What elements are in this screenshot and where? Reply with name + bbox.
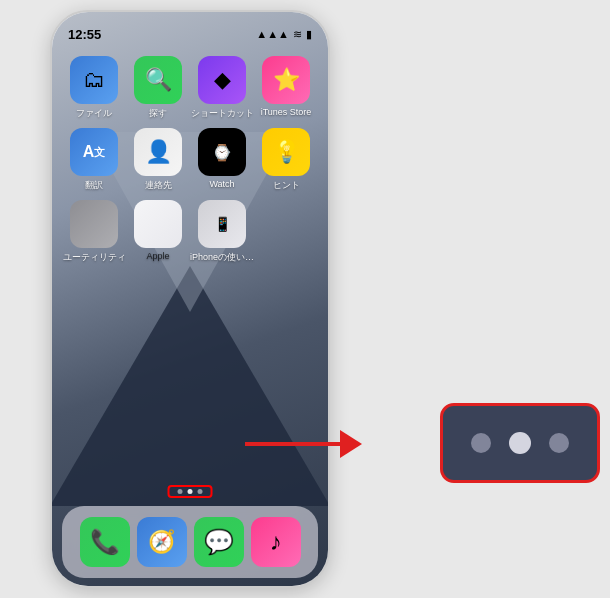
- dock-music[interactable]: ♪: [251, 517, 301, 567]
- zoomed-dots-box: [440, 403, 600, 483]
- app-watch[interactable]: ⌚ Watch: [194, 128, 250, 192]
- files-label: ファイル: [76, 107, 112, 120]
- utilities-label: ユーティリティ: [63, 251, 126, 264]
- find-icon: 🔍: [134, 56, 182, 104]
- tips-label: ヒント: [273, 179, 300, 192]
- app-grid: 🗂 ファイル 🔍 探す ◆ ショートカット ⭐ iTunes Store A文 …: [52, 56, 328, 272]
- page-dot-2-active: [188, 489, 193, 494]
- itunes-label: iTunes Store: [261, 107, 312, 117]
- contacts-icon: 👤: [134, 128, 182, 176]
- arrow-head: [340, 430, 362, 458]
- app-apple[interactable]: Apple: [130, 200, 186, 264]
- app-guide[interactable]: 📱 iPhoneの使い…: [194, 200, 250, 264]
- arrow-line: [245, 442, 340, 446]
- files-icon: 🗂: [70, 56, 118, 104]
- app-row-2: A文 翻訳 👤 連絡先 ⌚ Watch 💡 ヒント: [66, 128, 314, 192]
- status-icons: ▲▲▲ ≋ ▮: [256, 28, 312, 41]
- tips-icon: 💡: [262, 128, 310, 176]
- page-dots-highlighted: [168, 485, 213, 498]
- phone-frame: 12:55 ▲▲▲ ≋ ▮ 🗂 ファイル 🔍 探す ◆ ショートカット ⭐: [50, 10, 330, 588]
- red-arrow: [245, 430, 362, 458]
- dock-safari[interactable]: 🧭: [137, 517, 187, 567]
- empty-icon: [262, 200, 310, 248]
- wifi-icon: ≋: [293, 28, 302, 41]
- app-row-3: ユーティリティ Apple 📱 iPhoneの使い…: [66, 200, 314, 264]
- translate-icon: A文: [70, 128, 118, 176]
- arrow-container: [245, 430, 362, 458]
- apple-icon: [134, 200, 182, 248]
- guide-icon: 📱: [198, 200, 246, 248]
- zoomed-dot-1: [471, 433, 491, 453]
- app-shortcuts[interactable]: ◆ ショートカット: [194, 56, 250, 120]
- app-row-1: 🗂 ファイル 🔍 探す ◆ ショートカット ⭐ iTunes Store: [66, 56, 314, 120]
- dock-phone[interactable]: 📞: [80, 517, 130, 567]
- utilities-icon: [70, 200, 118, 248]
- find-label: 探す: [149, 107, 167, 120]
- zoomed-dot-2-active: [509, 432, 531, 454]
- app-contacts[interactable]: 👤 連絡先: [130, 128, 186, 192]
- watch-label: Watch: [209, 179, 234, 189]
- watch-icon: ⌚: [198, 128, 246, 176]
- contacts-label: 連絡先: [145, 179, 172, 192]
- page-dot-1: [178, 489, 183, 494]
- page-dot-3: [198, 489, 203, 494]
- dock: 📞 🧭 💬 ♪: [62, 506, 318, 578]
- zoomed-dot-3: [549, 433, 569, 453]
- signal-icon: ▲▲▲: [256, 28, 289, 40]
- status-bar: 12:55 ▲▲▲ ≋ ▮: [52, 12, 328, 48]
- itunes-icon: ⭐: [262, 56, 310, 104]
- shortcuts-icon: ◆: [198, 56, 246, 104]
- guide-label: iPhoneの使い…: [190, 251, 254, 264]
- shortcuts-label: ショートカット: [191, 107, 254, 120]
- dock-messages[interactable]: 💬: [194, 517, 244, 567]
- app-empty: [258, 200, 314, 264]
- app-itunes[interactable]: ⭐ iTunes Store: [258, 56, 314, 120]
- battery-icon: ▮: [306, 28, 312, 41]
- app-utilities[interactable]: ユーティリティ: [66, 200, 122, 264]
- app-files[interactable]: 🗂 ファイル: [66, 56, 122, 120]
- app-tips[interactable]: 💡 ヒント: [258, 128, 314, 192]
- app-translate[interactable]: A文 翻訳: [66, 128, 122, 192]
- translate-label: 翻訳: [85, 179, 103, 192]
- app-find[interactable]: 🔍 探す: [130, 56, 186, 120]
- apple-label: Apple: [146, 251, 169, 261]
- status-time: 12:55: [68, 27, 101, 42]
